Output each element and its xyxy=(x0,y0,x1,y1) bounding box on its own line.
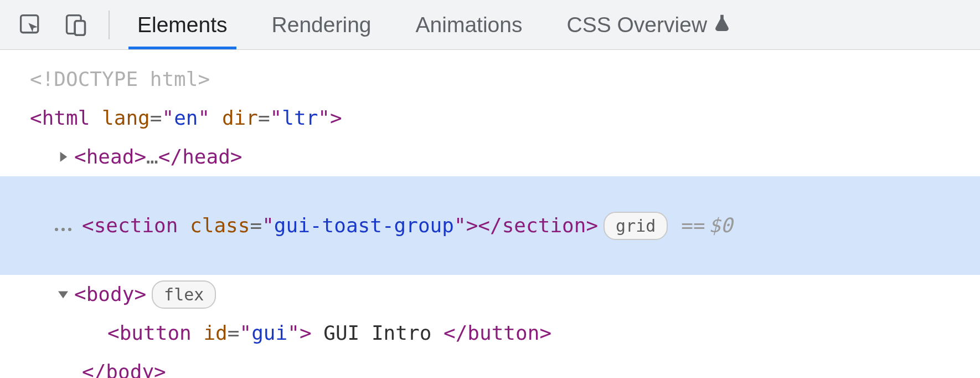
dom-node-body-close[interactable]: </body> xyxy=(0,353,980,378)
tab-label: CSS Overview xyxy=(566,13,707,37)
dom-node-doctype[interactable]: <!DOCTYPE html> xyxy=(0,60,980,99)
toolbar-separator xyxy=(109,11,110,39)
attr-name: dir xyxy=(222,103,258,133)
text-node: GUI Intro xyxy=(312,318,443,348)
console-reference: $0 xyxy=(709,211,733,241)
tag-name: section xyxy=(94,211,178,241)
tag-name: head xyxy=(182,142,230,172)
dom-node-body-open[interactable]: <body> flex xyxy=(0,275,980,314)
tab-label: Rendering xyxy=(272,13,372,37)
svg-point-5 xyxy=(61,228,65,231)
dom-node-button[interactable]: <button id="gui"> GUI Intro </button> xyxy=(0,314,980,353)
tag-name: head xyxy=(86,142,135,172)
dom-node-html-open[interactable]: <html lang="en" dir="ltr"> xyxy=(0,99,980,137)
flask-icon xyxy=(713,13,731,37)
svg-point-4 xyxy=(55,228,58,231)
dom-node-head[interactable]: <head>…</head> xyxy=(0,137,980,176)
more-actions-icon[interactable] xyxy=(0,181,73,270)
tab-label: Animations xyxy=(416,13,523,37)
tab-css-overview[interactable]: CSS Overview xyxy=(566,0,731,49)
attr-value: gui-toast-group xyxy=(274,211,454,241)
doctype-text: <!DOCTYPE html> xyxy=(30,64,210,94)
panel-tabs: Elements Rendering Animations CSS Overvi… xyxy=(137,0,731,49)
tag-name: body xyxy=(86,279,135,309)
attr-name: id xyxy=(203,318,227,348)
tab-elements[interactable]: Elements xyxy=(137,0,228,49)
tag-name: button xyxy=(467,318,539,348)
devtools-toolbar: Elements Rendering Animations CSS Overvi… xyxy=(0,0,980,50)
attr-value: gui xyxy=(251,318,287,348)
tag-name: section xyxy=(502,211,586,241)
tab-rendering[interactable]: Rendering xyxy=(272,0,372,49)
tab-label: Elements xyxy=(137,13,228,37)
device-toggle-icon[interactable] xyxy=(60,9,92,41)
collapsed-indicator: … xyxy=(146,142,158,172)
tag-name: button xyxy=(120,318,192,348)
svg-point-6 xyxy=(68,228,71,231)
svg-rect-2 xyxy=(75,21,85,35)
dom-node-section-selected[interactable]: <section class="gui-toast-group"></secti… xyxy=(0,176,980,275)
attr-name: lang xyxy=(102,103,150,133)
elements-dom-tree[interactable]: <!DOCTYPE html> <html lang="en" dir="ltr… xyxy=(0,50,980,378)
tab-animations[interactable]: Animations xyxy=(416,0,523,49)
expand-arrow-icon[interactable] xyxy=(54,148,72,166)
attr-name: class xyxy=(190,211,250,241)
collapse-arrow-icon[interactable] xyxy=(54,285,72,303)
inspect-element-icon[interactable] xyxy=(14,9,47,41)
display-badge[interactable]: flex xyxy=(152,280,216,309)
tag-name: html xyxy=(42,103,90,133)
display-badge[interactable]: grid xyxy=(604,212,668,240)
tag-name: body xyxy=(106,357,154,378)
attr-value: ltr xyxy=(282,103,318,133)
attr-value: en xyxy=(174,103,198,133)
equals-indicator: == xyxy=(681,211,705,241)
